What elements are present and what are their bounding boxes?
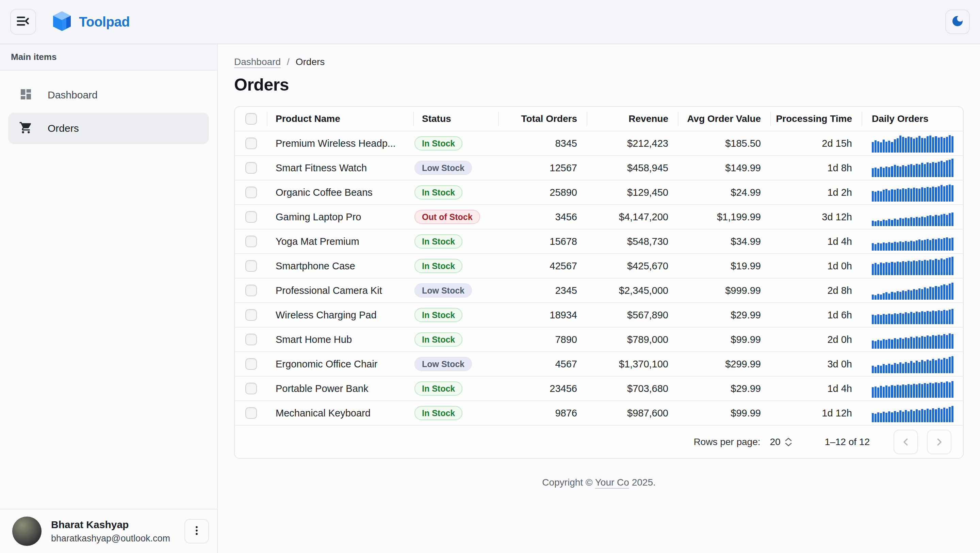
account-menu-button[interactable] [185,519,209,543]
row-checkbox[interactable] [245,383,257,394]
breadcrumb-link-dashboard[interactable]: Dashboard [234,57,281,67]
cell-processing-time: 1d 4h [771,377,862,400]
cell-revenue: $4,147,200 [587,205,679,229]
table-row: Portable Power Bank In Stock 23456 $703,… [235,377,963,401]
row-checkbox[interactable] [245,407,257,419]
sidebar-section-label: Main items [11,52,56,62]
table-row: Yoga Mat Premium In Stock 15678 $548,730… [235,229,963,254]
chevron-up-icon [785,437,792,441]
table-row: Organic Coffee Beans In Stock 25890 $129… [235,180,963,205]
daily-orders-sparkline [872,404,953,422]
copyright-prefix: Copyright © [542,477,595,488]
cell-product-name: Portable Power Bank [267,377,414,400]
daily-orders-sparkline [872,306,953,324]
cell-avg-order-value: $999.99 [679,279,771,302]
column-header-revenue[interactable]: Revenue [587,107,679,131]
cell-product-name: Smart Home Hub [267,328,414,351]
status-badge: Low Stock [414,161,472,175]
cell-avg-order-value: $24.99 [679,180,771,204]
row-checkbox[interactable] [245,260,257,272]
cell-processing-time: 1d 0h [771,254,862,278]
table-row: Smart Fitness Watch Low Stock 12567 $458… [235,156,963,180]
rows-per-page-stepper[interactable] [785,437,792,447]
column-header-daily-orders[interactable]: Daily Orders [862,107,963,131]
vertical-dots-icon [191,525,202,538]
daily-orders-sparkline [872,232,953,251]
sidebar-item-dashboard[interactable]: Dashboard [8,79,209,111]
cell-avg-order-value: $19.99 [679,254,771,278]
column-header-avg-order-value[interactable]: Avg Order Value [679,107,771,131]
sidebar-item-orders[interactable]: Orders [8,113,209,144]
status-badge: In Stock [414,308,463,322]
cell-processing-time: 1d 8h [771,156,862,180]
row-checkbox[interactable] [245,162,257,174]
previous-page-button[interactable] [894,430,918,454]
table-row: Gaming Laptop Pro Out of Stock 3456 $4,1… [235,205,963,229]
account-name: Bharat Kashyap [51,519,175,531]
company-link[interactable]: Your Co [595,477,629,488]
cell-revenue: $789,000 [587,328,679,351]
main-content: Dashboard / Orders Orders Product Name S… [218,44,980,553]
cell-revenue: $2,345,000 [587,279,679,302]
cell-processing-time: 3d 12h [771,205,862,229]
toolpad-logo [53,11,71,32]
sidebar: Main items Dashboard Orders Bharat Kashy… [0,44,218,553]
row-checkbox[interactable] [245,236,257,247]
cell-total-orders: 23456 [499,377,587,400]
cell-total-orders: 25890 [499,180,587,204]
daily-orders-sparkline [872,355,953,373]
cell-avg-order-value: $34.99 [679,229,771,253]
row-checkbox[interactable] [245,186,257,198]
next-page-button[interactable] [927,430,951,454]
column-header-status[interactable]: Status [414,107,499,131]
row-checkbox[interactable] [245,137,257,149]
sidebar-nav: Dashboard Orders [0,70,217,146]
cell-processing-time: 2d 8h [771,279,862,302]
table-row: Premium Wireless Headp... In Stock 8345 … [235,131,963,156]
collapse-menu-button[interactable] [10,9,36,35]
cell-avg-order-value: $29.99 [679,377,771,400]
cell-product-name: Gaming Laptop Pro [267,205,414,229]
daily-orders-sparkline [872,134,953,153]
status-badge: In Stock [414,234,463,249]
avatar[interactable] [12,516,41,546]
cell-revenue: $567,890 [587,303,679,327]
rows-per-page-value[interactable]: 20 [770,437,781,448]
dashboard-icon [19,88,33,102]
breadcrumb: Dashboard / Orders [234,57,964,67]
cell-total-orders: 9876 [499,401,587,425]
cell-product-name: Organic Coffee Beans [267,180,414,204]
breadcrumb-current: Orders [296,57,325,67]
table-row: Smart Home Hub In Stock 7890 $789,000 $9… [235,328,963,352]
row-checkbox[interactable] [245,334,257,345]
cell-revenue: $1,370,100 [587,352,679,376]
status-badge: Low Stock [414,357,472,371]
row-checkbox[interactable] [245,309,257,321]
cell-revenue: $212,423 [587,131,679,155]
row-checkbox[interactable] [245,211,257,223]
daily-orders-sparkline [872,257,953,275]
cart-icon [19,121,33,136]
cell-total-orders: 15678 [499,229,587,253]
select-all-checkbox[interactable] [245,113,257,124]
theme-toggle-button[interactable] [945,10,970,34]
daily-orders-sparkline [872,159,953,177]
cell-total-orders: 8345 [499,131,587,155]
sidebar-section-header: Main items [0,44,217,70]
app-title: Toolpad [79,14,130,30]
cell-product-name: Mechanical Keyboard [267,401,414,425]
column-header-processing-time[interactable]: Processing Time [771,107,862,131]
cell-total-orders: 3456 [499,205,587,229]
cell-product-name: Wireless Charging Pad [267,303,414,327]
cell-product-name: Smart Fitness Watch [267,156,414,180]
pagination-bar: Rows per page: 20 1–12 of 12 [235,426,963,458]
rows-per-page-label: Rows per page: [694,437,760,448]
column-header-product-name[interactable]: Product Name [267,107,414,131]
cell-processing-time: 1d 6h [771,303,862,327]
select-all-checkbox-cell [235,107,267,131]
column-header-total-orders[interactable]: Total Orders [499,107,587,131]
cell-product-name: Smartphone Case [267,254,414,278]
row-checkbox[interactable] [245,285,257,296]
cell-revenue: $548,730 [587,229,679,253]
row-checkbox[interactable] [245,358,257,370]
